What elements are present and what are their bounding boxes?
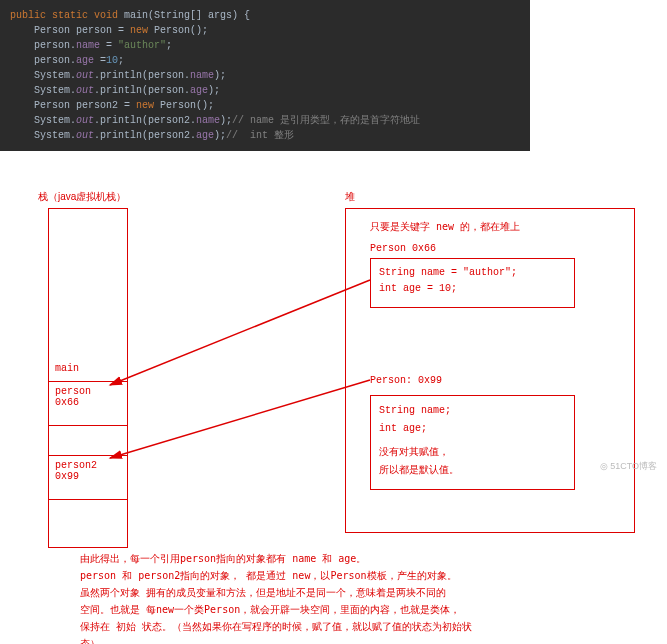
obj1-line: int age = 10;	[379, 281, 566, 297]
code-line: System.out.println(person.name);	[10, 68, 520, 83]
code-block: public static void main(String[] args) {…	[0, 0, 530, 151]
stack-cell-empty	[49, 425, 127, 455]
stack-var: person2	[55, 460, 121, 471]
obj2-note: 没有对其赋值，	[379, 444, 566, 462]
stack-var: person	[55, 386, 121, 397]
heap-obj2-box: String name; int age; 没有对其赋值， 所以都是默认值。	[370, 395, 575, 490]
code-line: person.name = "author";	[10, 38, 520, 53]
text-line: 态）	[80, 635, 600, 644]
obj2-line: int age;	[379, 420, 566, 438]
svg-line-0	[110, 280, 370, 385]
text-line: 虽然两个对象 拥有的成员变量和方法，但是地址不是同一个，意味着是两块不同的	[80, 584, 600, 601]
obj2-line: String name;	[379, 402, 566, 420]
code-line: Person person = new Person();	[10, 23, 520, 38]
obj2-note: 所以都是默认值。	[379, 462, 566, 480]
watermark: ◎ 51CTO博客	[600, 460, 657, 473]
stack-cell-person: person 0x66	[49, 381, 127, 425]
code-line: Person person2 = new Person();	[10, 98, 520, 113]
memory-diagram: 栈（java虚拟机栈） 堆 main person 0x66 person2 0…	[0, 190, 667, 640]
code-line: System.out.println(person.age);	[10, 83, 520, 98]
stack-cell-empty	[49, 499, 127, 549]
code-line: public static void main(String[] args) {	[10, 8, 520, 23]
code-line: person.age =10;	[10, 53, 520, 68]
text-line: 保持在 初始 状态。（当然如果你在写程序的时候，赋了值，就以赋了值的状态为初始状	[80, 618, 600, 635]
heap-title: 堆	[345, 190, 355, 204]
text-line: person 和 person2指向的对象， 都是通过 new，以Person模…	[80, 567, 600, 584]
explanation-text: 由此得出，每一个引用person指向的对象都有 name 和 age。 pers…	[80, 550, 600, 644]
code-line: System.out.println(person2.age);// int 整…	[10, 128, 520, 143]
heap-obj1-label: Person 0x66	[370, 243, 436, 254]
stack-addr: 0x66	[55, 397, 121, 408]
stack-addr: 0x99	[55, 471, 121, 482]
svg-line-1	[110, 380, 370, 458]
stack-title: 栈（java虚拟机栈）	[38, 190, 126, 204]
code-line: System.out.println(person2.name);// name…	[10, 113, 520, 128]
stack-cell-person2: person2 0x99	[49, 455, 127, 499]
stack-box: main person 0x66 person2 0x99	[48, 208, 128, 548]
heap-obj2-label: Person: 0x99	[370, 375, 442, 386]
heap-note: 只要是关键字 new 的，都在堆上	[370, 220, 520, 234]
text-line: 由此得出，每一个引用person指向的对象都有 name 和 age。	[80, 550, 600, 567]
heap-obj1-box: String name = "author"; int age = 10;	[370, 258, 575, 308]
obj1-line: String name = "author";	[379, 265, 566, 281]
text-line: 空间。也就是 每new一个类Person，就会开辟一块空间，里面的内容，也就是类…	[80, 601, 600, 618]
stack-main-label: main	[49, 359, 127, 378]
